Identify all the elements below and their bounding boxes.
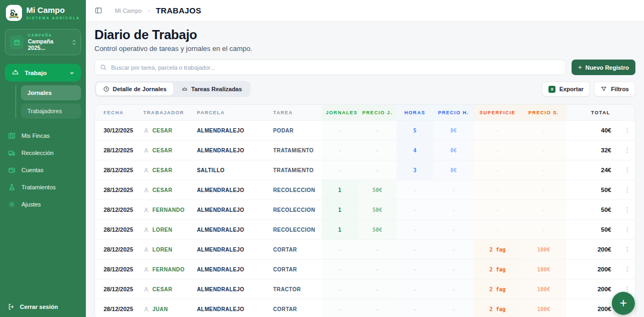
cell-fecha: 28/12/2025 — [95, 299, 139, 317]
cell-jornales: - — [321, 240, 358, 260]
col-fecha: FECHA — [95, 105, 139, 121]
cell-tarea: RECOLECCION — [269, 200, 321, 220]
cell-horas: - — [397, 279, 433, 299]
app-window: Mi Campo SISTEMA AGRÍCOLA CAMPAÑA Campañ… — [0, 0, 644, 317]
cell-superficie: 2 fag — [474, 299, 521, 317]
cell-precio-j: - — [358, 240, 397, 260]
cell-horas: 4 — [397, 141, 433, 160]
cell-tarea: CORTAR — [269, 299, 321, 317]
row-menu-button[interactable]: ⋮ — [619, 220, 635, 240]
page-title: Diario de Trabajo — [94, 27, 635, 42]
filters-button[interactable]: Filtros — [594, 82, 635, 97]
tab-group: Detalle de Jornales Tareas Realizadas — [94, 81, 251, 97]
sidebar-item-jornales[interactable]: Jornales — [21, 85, 81, 100]
cell-fecha: 28/12/2025 — [95, 260, 139, 279]
work-log-table-card: FECHA TRABAJADOR PARCELA TAREA JORNALES … — [94, 104, 635, 317]
col-horas: HORAS — [397, 105, 433, 121]
hard-hat-icon — [11, 69, 19, 77]
cell-total: 200€ — [566, 260, 619, 279]
tractor-logo-icon — [6, 5, 22, 21]
person-icon — [143, 267, 149, 272]
row-menu-button[interactable]: ⋮ — [619, 200, 635, 220]
person-icon — [143, 286, 149, 292]
cell-precio-h: 8€ — [433, 160, 474, 180]
cell-precio-h: 8€ — [433, 121, 474, 141]
clock-icon — [103, 86, 109, 92]
col-precio-s: PRECIO S. — [521, 105, 566, 121]
cell-jornales: - — [321, 279, 358, 299]
add-record-fab[interactable]: + — [612, 292, 635, 315]
flask-icon — [8, 183, 16, 191]
export-button[interactable]: X Exportar — [542, 82, 590, 97]
person-icon — [143, 227, 149, 233]
cell-precio-j: - — [358, 141, 397, 160]
sidebar: Mi Campo SISTEMA AGRÍCOLA CAMPAÑA Campañ… — [0, 0, 86, 317]
person-icon — [143, 207, 149, 213]
cell-total: 32€ — [566, 141, 619, 160]
wallet-icon — [8, 166, 16, 174]
col-jornales: JORNALES — [321, 105, 358, 121]
cell-trabajador: LOREN — [139, 220, 193, 240]
sidebar-item-tratamientos[interactable]: Tratamientos — [0, 179, 86, 196]
sidebar-toggle-icon[interactable] — [94, 6, 103, 14]
sidebar-item-cuentas[interactable]: Cuentas — [0, 161, 86, 179]
cell-tarea: RECOLECCION — [269, 180, 321, 200]
trabajo-subtree: Jornales Trabajadores — [16, 85, 81, 119]
cell-precio-h: - — [433, 260, 474, 279]
tab-detalle-jornales[interactable]: Detalle de Jornales — [96, 83, 173, 95]
sidebar-item-mis-fincas[interactable]: Mis Fincas — [0, 127, 86, 144]
cell-precio-s: - — [521, 121, 566, 141]
row-menu-button[interactable]: ⋮ — [619, 260, 635, 279]
search-icon — [100, 64, 107, 71]
row-menu-button[interactable]: ⋮ — [619, 141, 635, 160]
cell-total: 200€ — [566, 240, 619, 260]
cell-trabajador: CESAR — [139, 279, 193, 299]
filters-label: Filtros — [611, 86, 629, 92]
cell-precio-s: - — [521, 160, 566, 180]
cell-parcela: ALMENDRALEJO — [193, 180, 269, 200]
new-record-button[interactable]: + Nuevo Registro — [572, 60, 635, 75]
logout-button[interactable]: Cerrar sesión — [0, 297, 86, 317]
table-row: 30/12/2025 CESAR ALMENDRALEJO PODAR - — [95, 121, 635, 141]
sidebar-item-trabajo[interactable]: Trabajo — [5, 64, 81, 82]
cell-precio-j: - — [358, 299, 397, 317]
campaign-selector[interactable]: CAMPAÑA Campaña 2025... — [5, 29, 81, 55]
cell-trabajador: CESAR — [139, 141, 193, 160]
content-area: Mi Campo › TRABAJOS Diario de Trabajo Co… — [86, 0, 644, 317]
col-tarea: TAREA — [269, 105, 321, 121]
app-logo: Mi Campo SISTEMA AGRÍCOLA — [0, 0, 86, 25]
person-icon — [143, 247, 149, 253]
search-input[interactable] — [94, 60, 566, 75]
cell-superficie: - — [474, 121, 521, 141]
person-icon — [143, 167, 149, 173]
cell-precio-h: - — [433, 240, 474, 260]
cell-parcela: ALMENDRALEJO — [193, 299, 269, 317]
cell-precio-j: 50€ — [358, 180, 397, 200]
chevron-down-icon — [69, 70, 75, 76]
table-row: 28/12/2025 CESAR ALMENDRALEJO TRACTOR - — [95, 279, 635, 299]
cell-tarea: CORTAR — [269, 260, 321, 279]
worker-name: CESAR — [152, 286, 172, 292]
row-menu-button[interactable]: ⋮ — [619, 180, 635, 200]
cell-precio-h: 8€ — [433, 141, 474, 160]
sidebar-item-recoleccion[interactable]: Recolección — [0, 144, 86, 161]
cell-precio-h: - — [433, 200, 474, 220]
cell-precio-j: 50€ — [358, 200, 397, 220]
logout-icon — [8, 303, 15, 311]
row-menu-button[interactable]: ⋮ — [619, 160, 635, 180]
cell-fecha: 28/12/2025 — [95, 279, 139, 299]
breadcrumb-root[interactable]: Mi Campo — [115, 8, 142, 14]
sidebar-item-trabajadores[interactable]: Trabajadores — [21, 104, 81, 119]
row-menu-button[interactable]: ⋮ — [619, 121, 635, 141]
sidebar-item-ajustes[interactable]: Ajustes — [0, 196, 86, 213]
tab-tareas-realizadas[interactable]: Tareas Realizadas — [174, 83, 249, 95]
person-icon — [143, 148, 149, 153]
cell-fecha: 28/12/2025 — [95, 220, 139, 240]
table-row: 28/12/2025 FERNANDO ALMENDRALEJO RECOLEC… — [95, 200, 635, 220]
cell-superficie: - — [474, 220, 521, 240]
cell-jornales: - — [321, 260, 358, 279]
cell-precio-j: - — [358, 260, 397, 279]
breadcrumb-current: TRABAJOS — [156, 6, 201, 15]
row-menu-button[interactable]: ⋮ — [619, 240, 635, 260]
worker-name: FERNANDO — [152, 207, 185, 213]
